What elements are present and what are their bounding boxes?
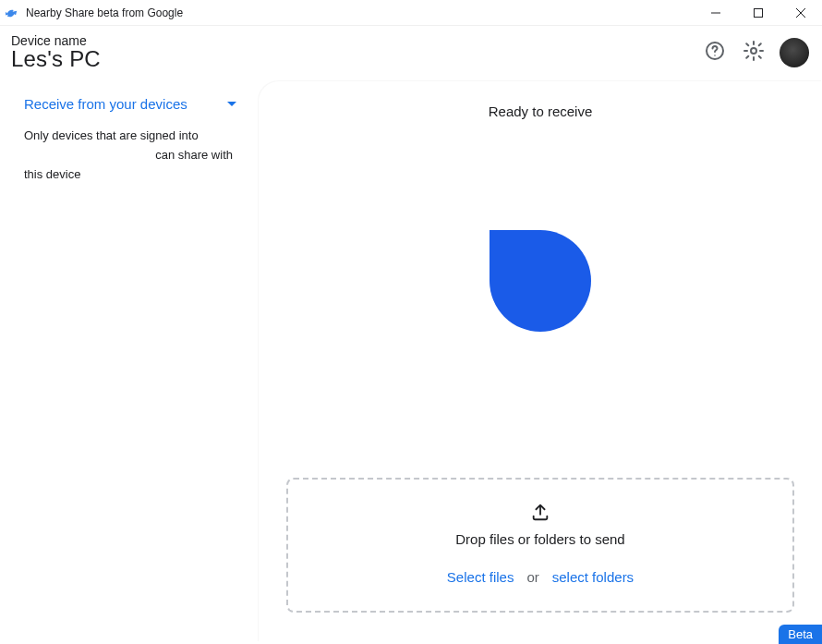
header: Device name Les's PC	[0, 26, 822, 81]
settings-button[interactable]	[741, 40, 767, 66]
beta-badge: Beta	[779, 625, 822, 644]
desc-line-1: Only devices that are signed into	[24, 128, 199, 142]
avatar[interactable]	[780, 38, 809, 67]
receive-mode-label: Receive from your devices	[24, 96, 227, 112]
window-title: Nearby Share beta from Google	[26, 6, 183, 19]
gear-icon	[743, 40, 765, 66]
maximize-button[interactable]	[737, 0, 780, 26]
content: Receive from your devices Only devices t…	[0, 81, 822, 642]
drop-actions: Select files or select folders	[447, 569, 634, 585]
svg-point-2	[714, 55, 716, 56]
dropzone[interactable]: Drop files or folders to send Select fil…	[286, 478, 794, 613]
select-folders-link[interactable]: select folders	[552, 569, 634, 585]
nearby-share-logo	[490, 230, 591, 332]
minimize-button[interactable]	[695, 0, 737, 26]
titlebar-left: Nearby Share beta from Google	[6, 6, 183, 19]
ready-status: Ready to receive	[489, 103, 593, 119]
sidebar: Receive from your devices Only devices t…	[0, 81, 259, 642]
svg-point-3	[751, 48, 756, 54]
or-text: or	[526, 569, 538, 585]
drop-text: Drop files or folders to send	[455, 531, 624, 547]
app-icon	[6, 6, 18, 19]
receive-mode-dropdown[interactable]: Receive from your devices	[24, 92, 244, 115]
chevron-down-icon	[227, 102, 236, 106]
upload-icon	[530, 502, 550, 526]
select-files-link[interactable]: Select files	[447, 569, 514, 585]
close-button[interactable]	[780, 0, 822, 26]
main-panel: Ready to receive Drop files or folders t…	[259, 81, 822, 642]
help-button[interactable]	[702, 40, 728, 66]
window-controls	[695, 0, 822, 26]
desc-line-3: this device	[24, 167, 80, 181]
desc-line-2: can share with	[24, 146, 233, 165]
receive-mode-description: Only devices that are signed into can sh…	[24, 127, 244, 184]
device-name: Les's PC	[11, 46, 101, 72]
svg-rect-0	[755, 8, 763, 17]
titlebar: Nearby Share beta from Google	[0, 0, 822, 26]
device-block: Device name Les's PC	[11, 33, 101, 72]
header-actions	[702, 38, 809, 67]
help-icon	[704, 40, 726, 66]
